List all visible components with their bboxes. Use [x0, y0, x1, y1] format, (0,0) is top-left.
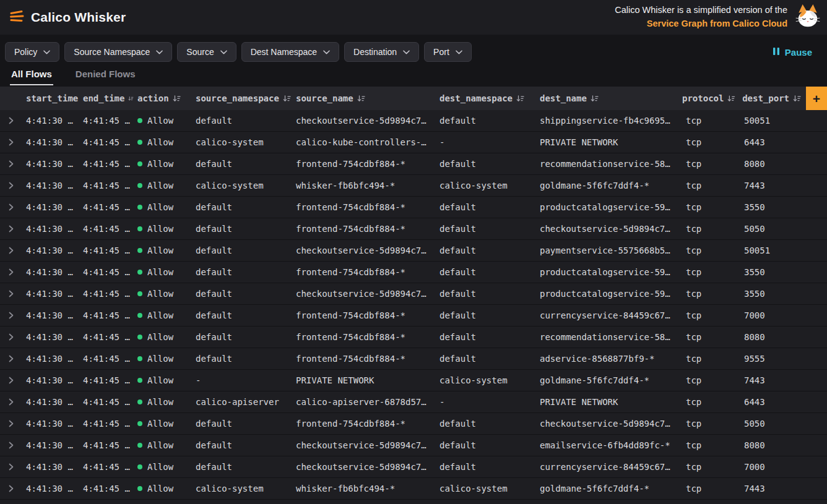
- cell-dest_name: emailservice-6fb4dd89fc-*: [536, 440, 682, 450]
- row-expander[interactable]: [0, 327, 22, 348]
- cell-dest_port: 50051: [740, 246, 806, 255]
- filter-port-button[interactable]: Port: [424, 42, 472, 62]
- row-expander[interactable]: [0, 262, 22, 283]
- filter-policy-button[interactable]: Policy: [5, 42, 59, 62]
- row-expander[interactable]: [0, 391, 22, 412]
- row-expander[interactable]: [0, 240, 22, 261]
- chevron-right-icon: [9, 333, 14, 341]
- cell-dest_name: productcatalogservice-59…: [536, 267, 682, 277]
- topbar-right: Calico Whisker is a simplified version o…: [615, 3, 821, 32]
- column-header-dest_namespace[interactable]: dest_namespace: [436, 93, 536, 103]
- chevron-right-icon: [9, 117, 14, 124]
- filter-label: Port: [433, 47, 449, 57]
- cell-start_time: 4:41:30 …: [22, 289, 79, 299]
- cell-end_time: 4:41:45 …: [79, 224, 134, 234]
- row-expander[interactable]: [0, 283, 22, 304]
- cell-source_namespace: calico-apiserver: [192, 397, 292, 407]
- allow-status-dot: [137, 486, 142, 491]
- table-row[interactable]: 4:41:30 …4:41:45 …Allowdefaultcheckoutse…: [0, 110, 827, 132]
- column-header-protocol[interactable]: protocol: [682, 93, 740, 103]
- action-label: Allow: [147, 462, 173, 472]
- action-label: Allow: [147, 202, 173, 212]
- cell-dest_port: 50051: [740, 116, 806, 126]
- row-expander[interactable]: [0, 175, 22, 196]
- column-header-start_time[interactable]: start_time: [22, 93, 79, 103]
- cell-dest_namespace: default: [436, 116, 536, 126]
- column-header-action[interactable]: action: [134, 93, 192, 103]
- sort-icon: [793, 95, 801, 103]
- table-row[interactable]: 4:41:30 …4:41:45 …Allowdefaultfrontend-7…: [0, 348, 827, 370]
- cell-action: Allow: [134, 440, 192, 450]
- column-header-dest_port[interactable]: dest_port: [740, 93, 806, 103]
- add-column-button[interactable]: +: [806, 87, 827, 110]
- cell-source_name: whisker-fb6bfc494-*: [292, 484, 436, 493]
- table-row[interactable]: 4:41:30 …4:41:45 …Allowdefaultcheckoutse…: [0, 435, 827, 456]
- action-label: Allow: [147, 116, 173, 126]
- filter-destination-button[interactable]: Destination: [344, 42, 419, 62]
- cell-dest_namespace: default: [436, 159, 536, 169]
- cell-start_time: 4:41:30 …: [22, 462, 79, 472]
- filter-dest-namespace-button[interactable]: Dest Namespace: [241, 42, 339, 62]
- table-row[interactable]: 4:41:30 …4:41:45 …Allowdefaultfrontend-7…: [0, 327, 827, 348]
- table-row[interactable]: 4:41:30 …4:41:45 …Allowdefaultfrontend-7…: [0, 413, 827, 435]
- tab-denied-flows[interactable]: Denied Flows: [74, 67, 137, 84]
- cell-end_time: 4:41:45 …: [79, 354, 134, 364]
- cell-start_time: 4:41:30 …: [22, 419, 79, 429]
- row-expander[interactable]: [0, 370, 22, 391]
- row-expander[interactable]: [0, 435, 22, 456]
- cell-dest_port: 7000: [740, 310, 806, 320]
- cell-dest_port: 6443: [740, 397, 806, 407]
- row-expander[interactable]: [0, 153, 22, 174]
- cell-source_name: frontend-754cdbf884-*: [292, 310, 436, 320]
- row-expander[interactable]: [0, 413, 22, 434]
- row-expander[interactable]: [0, 197, 22, 218]
- cell-source_name: frontend-754cdbf884-*: [292, 267, 436, 277]
- row-expander[interactable]: [0, 456, 22, 477]
- row-expander[interactable]: [0, 478, 22, 499]
- table-row[interactable]: 4:41:30 …4:41:45 …Allowdefaultcheckoutse…: [0, 240, 827, 262]
- cell-protocol: tcp: [682, 137, 740, 147]
- column-header-dest_name[interactable]: dest_name: [536, 93, 682, 103]
- column-header-source_name[interactable]: source_name: [292, 93, 436, 103]
- row-expander[interactable]: [0, 218, 22, 239]
- chevron-right-icon: [9, 463, 14, 471]
- table-row[interactable]: 4:41:30 …4:41:45 …Allowcalico-systemwhis…: [0, 175, 827, 197]
- pause-button[interactable]: Pause: [763, 47, 822, 58]
- cell-action: Allow: [134, 116, 192, 126]
- cell-protocol: tcp: [682, 181, 740, 190]
- table-row[interactable]: 4:41:30 …4:41:45 …Allowcalico-apiserverc…: [0, 391, 827, 413]
- table-row[interactable]: 4:41:30 …4:41:45 …Allowdefaultfrontend-7…: [0, 153, 827, 175]
- table-row[interactable]: 4:41:30 …4:41:45 …Allowdefaultcheckoutse…: [0, 283, 827, 305]
- service-graph-link[interactable]: Service Graph from Calico Cloud: [647, 17, 787, 31]
- table-row[interactable]: 4:41:30 …4:41:45 …Allowdefaultcheckoutse…: [0, 456, 827, 478]
- column-header-source_namespace[interactable]: source_namespace: [192, 93, 292, 103]
- row-expander[interactable]: [0, 305, 22, 326]
- table-row[interactable]: 4:41:30 …4:41:45 …Allowdefaultfrontend-7…: [0, 197, 827, 218]
- allow-status-dot: [137, 421, 142, 426]
- table-row[interactable]: 4:41:30 …4:41:45 …Allow-PRIVATE NETWORKc…: [0, 370, 827, 391]
- filter-source-button[interactable]: Source: [177, 42, 236, 62]
- cell-source_namespace: default: [192, 332, 292, 342]
- table-row[interactable]: 4:41:30 …4:41:45 …Allowdefaultfrontend-7…: [0, 305, 827, 327]
- table-row[interactable]: 4:41:30 …4:41:45 …Allowdefaultfrontend-7…: [0, 262, 827, 283]
- cell-end_time: 4:41:45 …: [79, 375, 134, 385]
- tab-all-flows[interactable]: All Flows: [10, 67, 53, 85]
- tagline-text: Calico Whisker is a simplified version o…: [615, 4, 787, 17]
- cell-action: Allow: [134, 484, 192, 493]
- cell-dest_name: goldmane-5f6fc7ddf4-*: [536, 375, 682, 385]
- allow-status-dot: [137, 356, 142, 361]
- cell-action: Allow: [134, 181, 192, 190]
- cell-action: Allow: [134, 462, 192, 472]
- table-row[interactable]: 4:41:30 …4:41:45 …Allowcalico-systemwhis…: [0, 478, 827, 500]
- cell-end_time: 4:41:45 …: [79, 181, 134, 190]
- column-header-end_time[interactable]: end_time: [79, 93, 134, 103]
- filter-source-namespace-button[interactable]: Source Namespace: [64, 42, 172, 62]
- row-expander[interactable]: [0, 110, 22, 131]
- action-label: Allow: [147, 267, 173, 277]
- filter-label: Source Namespace: [74, 47, 150, 57]
- cell-start_time: 4:41:30 …: [22, 310, 79, 320]
- row-expander[interactable]: [0, 348, 22, 369]
- row-expander[interactable]: [0, 132, 22, 153]
- table-row[interactable]: 4:41:30 …4:41:45 …Allowcalico-systemcali…: [0, 132, 827, 153]
- table-row[interactable]: 4:41:30 …4:41:45 …Allowdefaultfrontend-7…: [0, 218, 827, 240]
